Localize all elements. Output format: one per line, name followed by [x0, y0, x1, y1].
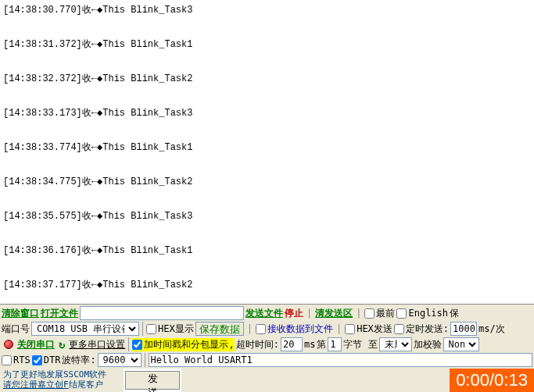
english-checkbox[interactable]: English	[396, 308, 448, 319]
more-settings-link[interactable]: 更多串口设置	[69, 338, 125, 351]
rts-checkbox[interactable]: RTS	[2, 355, 30, 365]
hex-display-checkbox[interactable]: HEX显示	[146, 323, 194, 336]
timestamp-checkbox[interactable]: 加时间戳和分包显示,	[132, 338, 234, 351]
port-label: 端口号	[2, 323, 30, 336]
byte-from-input[interactable]	[328, 337, 342, 351]
footer-promo: 为了更好地发展SSCOM软件 请您注册嘉立创F结尾客户	[0, 369, 124, 392]
control-panel: 清除窗口 打开文件 发送文件 停止 | 清发送区 | 最前 English 保 …	[0, 304, 534, 369]
clear-window-link[interactable]: 清除窗口	[2, 307, 39, 320]
save-data-button[interactable]: 保存数据	[195, 322, 244, 336]
send-file-link[interactable]: 发送文件	[245, 307, 283, 320]
byte-to-label: 字节 至	[343, 338, 377, 351]
separator: |	[356, 308, 361, 319]
open-file-link[interactable]: 打开文件	[41, 307, 78, 320]
topmost-checkbox[interactable]: 最前	[364, 307, 395, 320]
toolbar-row-1: 清除窗口 打开文件 发送文件 停止 | 清发送区 | 最前 English 保	[2, 305, 532, 321]
register-link[interactable]: 请您注册嘉立创F	[3, 380, 69, 390]
close-port-link[interactable]: 关闭串口	[17, 338, 55, 351]
di-label: 第	[317, 338, 326, 351]
timed-interval-input[interactable]	[450, 322, 477, 336]
byte-end-select[interactable]: 末尾	[379, 337, 412, 351]
footer-bar: 为了更好地发展SSCOM软件 请您注册嘉立创F结尾客户 发 送 0:00/0:1…	[0, 369, 534, 392]
timer-display: 0:00/0:13	[450, 369, 534, 392]
add-crc-label: 加校验	[414, 338, 442, 351]
recv-to-file-checkbox[interactable]: 接收数据到文件	[256, 323, 333, 336]
timeout-input[interactable]	[281, 337, 303, 351]
receive-log[interactable]: [14:38:30.770]收←◆This Blink_Task3 [14:38…	[0, 0, 534, 304]
clear-send-link[interactable]: 清发送区	[315, 307, 353, 320]
record-icon[interactable]	[4, 340, 13, 349]
ms-per-label: ms/次	[478, 323, 505, 336]
save-cfg-label[interactable]: 保	[450, 307, 459, 320]
refresh-icon[interactable]: ↻	[59, 338, 65, 351]
separator: |	[306, 308, 312, 319]
send-message-input[interactable]	[149, 353, 532, 367]
stop-link[interactable]: 停止	[285, 307, 303, 320]
file-path-input[interactable]	[80, 306, 244, 320]
hex-send-checkbox[interactable]: HEX发送	[345, 323, 392, 336]
timed-send-checkbox[interactable]: 定时发送:	[394, 323, 449, 336]
toolbar-row-2: 端口号 COM18 USB 串行设备 HEX显示 保存数据 | 接收数据到文件 …	[2, 321, 532, 337]
timeout-label: 超时时间:	[236, 338, 279, 351]
crc-select[interactable]: None	[443, 337, 479, 351]
baud-label: 波特率:	[62, 354, 95, 367]
baud-select[interactable]: 9600	[98, 353, 142, 367]
port-select[interactable]: COM18 USB 串行设备	[31, 322, 139, 336]
dtr-checkbox[interactable]: DTR	[32, 355, 61, 365]
toolbar-row-3: 关闭串口 ↻ 更多串口设置 加时间戳和分包显示, 超时时间: ms 第 字节 至…	[2, 337, 532, 352]
toolbar-row-4: RTS DTR 波特率: 9600	[2, 352, 532, 368]
send-button[interactable]: 发 送	[125, 371, 180, 390]
ms-label: ms	[304, 339, 315, 350]
